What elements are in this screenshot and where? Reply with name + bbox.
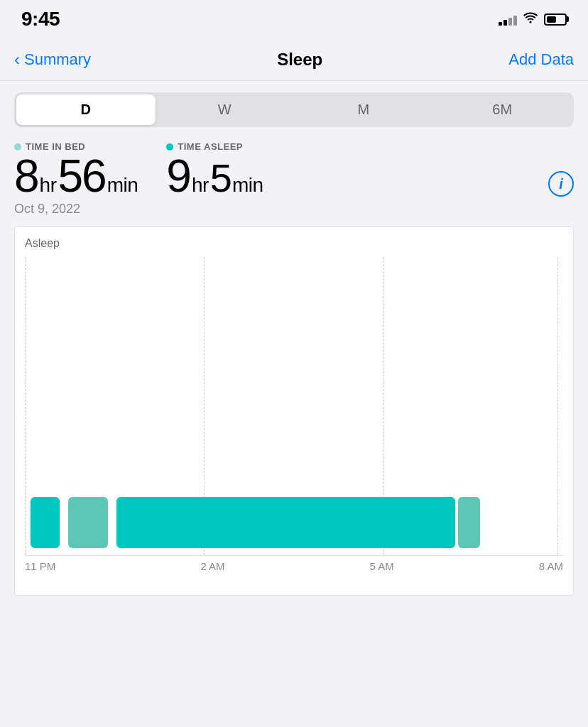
- back-button[interactable]: ‹ Summary: [14, 50, 91, 70]
- main-content: D W M 6M TIME IN BED 8 hr 56 min: [0, 81, 588, 607]
- chart-area: [25, 257, 563, 555]
- time-in-bed-hours: 8: [14, 153, 38, 199]
- sleep-bars: [25, 484, 563, 555]
- segment-week[interactable]: W: [156, 94, 295, 125]
- segment-control: D W M 6M: [14, 92, 574, 127]
- status-bar: 9:45: [0, 0, 588, 38]
- metrics-row: TIME IN BED 8 hr 56 min TIME ASLEEP: [14, 141, 548, 199]
- chart-label: Asleep: [25, 237, 563, 250]
- time-asleep-dot: [166, 143, 173, 151]
- time-in-bed-value: 8 hr 56 min: [14, 153, 138, 199]
- x-label-11pm: 11 PM: [25, 560, 55, 572]
- time-asleep-hr-unit: hr: [192, 174, 209, 197]
- chart-x-axis: 11 PM 2 AM 5 AM 8 AM: [25, 555, 563, 572]
- time-in-bed-min-unit: min: [107, 174, 138, 197]
- time-asleep-min-unit: min: [232, 174, 263, 197]
- add-data-button[interactable]: Add Data: [508, 50, 574, 69]
- sleep-bar-2: [68, 497, 109, 548]
- time-asleep-block: TIME ASLEEP 9 hr 5 min: [166, 141, 263, 199]
- sleep-bar-3: [116, 497, 456, 548]
- segment-6month[interactable]: 6M: [433, 94, 572, 125]
- date-label: Oct 9, 2022: [14, 202, 548, 217]
- nav-bar: ‹ Summary Sleep Add Data: [0, 38, 588, 81]
- sleep-bar-1: [31, 497, 60, 548]
- segment-day[interactable]: D: [16, 94, 156, 125]
- x-label-5am: 5 AM: [370, 560, 394, 572]
- x-label-2am: 2 AM: [200, 560, 224, 572]
- sleep-chart: Asleep 11 PM 2: [14, 226, 574, 596]
- page-title: Sleep: [277, 50, 322, 70]
- time-asleep-minutes: 5: [210, 158, 231, 198]
- battery-icon: [544, 13, 567, 26]
- status-time: 9:45: [21, 8, 60, 31]
- wifi-icon: [523, 12, 538, 27]
- time-in-bed-dot: [14, 143, 21, 151]
- time-asleep-hours: 9: [166, 153, 190, 199]
- status-icons: [499, 12, 567, 27]
- time-in-bed-minutes: 56: [58, 153, 106, 199]
- chevron-left-icon: ‹: [14, 50, 20, 70]
- time-in-bed-hr-unit: hr: [40, 174, 57, 197]
- segment-month[interactable]: M: [294, 94, 433, 125]
- x-label-8am: 8 AM: [539, 560, 563, 572]
- back-label: Summary: [24, 50, 91, 69]
- metrics-section: TIME IN BED 8 hr 56 min TIME ASLEEP: [14, 141, 574, 226]
- time-asleep-value: 9 hr 5 min: [166, 153, 263, 199]
- signal-icon: [499, 13, 517, 26]
- info-button[interactable]: i: [548, 171, 574, 197]
- sleep-bar-4: [458, 497, 479, 548]
- time-in-bed-block: TIME IN BED 8 hr 56 min: [14, 141, 138, 199]
